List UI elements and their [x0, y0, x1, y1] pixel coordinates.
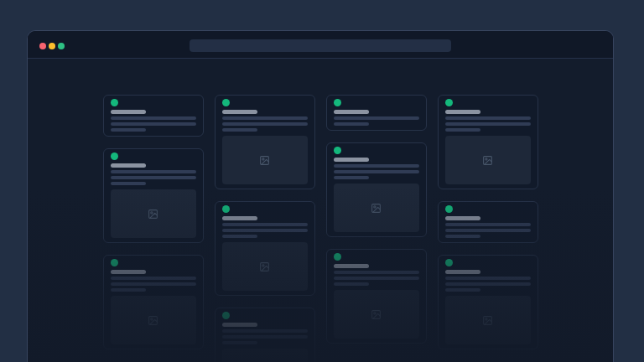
- status-dot: [445, 259, 453, 266]
- desktop-background: [0, 0, 644, 362]
- skeleton-card[interactable]: [326, 142, 427, 237]
- browser-window: [27, 30, 614, 362]
- text-line-placeholder: [334, 122, 370, 126]
- text-line-placeholder: [222, 329, 308, 333]
- status-dot: [111, 99, 118, 106]
- text-line-placeholder: [111, 282, 196, 286]
- text-line-placeholder: [222, 235, 258, 238]
- skeleton-card[interactable]: [103, 255, 204, 349]
- text-line-placeholder: [445, 277, 531, 280]
- text-line-placeholder: [445, 116, 531, 120]
- status-dot: [222, 312, 230, 319]
- status-dot: [334, 99, 341, 106]
- image-placeholder: [222, 136, 308, 184]
- text-line-placeholder: [222, 341, 258, 344]
- image-icon: [371, 203, 382, 214]
- card-column-2: [215, 95, 315, 362]
- title-placeholder: [445, 270, 481, 274]
- title-placeholder: [111, 163, 147, 168]
- status-dot: [445, 205, 453, 213]
- image-placeholder: [222, 349, 308, 362]
- browser-titlebar: [28, 31, 613, 59]
- skeleton-card[interactable]: [326, 249, 427, 344]
- text-line-placeholder: [111, 170, 196, 173]
- text-line-placeholder: [222, 128, 258, 132]
- text-line-placeholder: [222, 116, 308, 120]
- text-line-placeholder: [334, 271, 419, 274]
- skeleton-card[interactable]: [326, 95, 427, 131]
- text-line-placeholder: [111, 116, 196, 120]
- image-icon: [148, 209, 158, 220]
- text-line-placeholder: [111, 122, 196, 126]
- text-line-placeholder: [334, 170, 419, 173]
- text-line-placeholder: [445, 122, 531, 126]
- title-placeholder: [222, 323, 258, 327]
- text-line-placeholder: [445, 229, 531, 232]
- status-dot: [334, 253, 341, 261]
- image-placeholder: [334, 184, 419, 232]
- text-line-placeholder: [334, 277, 419, 280]
- text-line-placeholder: [445, 282, 531, 286]
- skeleton-card[interactable]: [103, 148, 204, 243]
- text-line-placeholder: [445, 235, 481, 238]
- address-bar[interactable]: [190, 39, 451, 52]
- text-line-placeholder: [445, 128, 481, 132]
- text-line-placeholder: [111, 176, 196, 179]
- zoom-window-button[interactable]: [58, 43, 65, 49]
- text-line-placeholder: [111, 182, 147, 185]
- image-icon: [148, 315, 158, 326]
- text-line-placeholder: [334, 164, 419, 168]
- text-line-placeholder: [111, 128, 147, 132]
- text-line-placeholder: [334, 116, 419, 120]
- minimize-window-button[interactable]: [49, 43, 55, 49]
- title-placeholder: [334, 110, 370, 114]
- skeleton-card[interactable]: [438, 95, 538, 189]
- image-icon: [371, 309, 382, 320]
- title-placeholder: [222, 110, 258, 114]
- status-dot: [445, 99, 453, 106]
- image-icon: [259, 155, 270, 166]
- image-icon: [482, 155, 493, 166]
- status-dot: [111, 153, 118, 160]
- skeleton-card[interactable]: [103, 95, 204, 137]
- image-icon: [482, 315, 493, 326]
- title-placeholder: [445, 110, 481, 114]
- title-placeholder: [334, 158, 370, 162]
- text-line-placeholder: [222, 223, 308, 226]
- image-placeholder: [111, 296, 196, 344]
- status-dot: [111, 259, 118, 266]
- image-placeholder: [445, 296, 531, 344]
- image-placeholder: [111, 189, 196, 238]
- status-dot: [222, 99, 230, 106]
- card-grid: [103, 95, 538, 362]
- image-placeholder: [222, 242, 308, 291]
- text-line-placeholder: [445, 223, 531, 226]
- skeleton-card[interactable]: [215, 201, 315, 296]
- status-dot: [222, 205, 230, 213]
- card-column-1: [103, 95, 204, 362]
- title-placeholder: [111, 270, 147, 274]
- image-placeholder: [334, 290, 419, 339]
- card-column-4: [438, 95, 538, 362]
- close-window-button[interactable]: [39, 43, 46, 49]
- status-dot: [334, 147, 341, 154]
- image-icon: [259, 261, 270, 272]
- image-placeholder: [445, 136, 531, 184]
- browser-content: [28, 59, 613, 362]
- title-placeholder: [111, 110, 147, 114]
- text-line-placeholder: [445, 288, 481, 292]
- title-placeholder: [334, 264, 370, 268]
- text-line-placeholder: [111, 277, 196, 280]
- skeleton-card[interactable]: [438, 255, 538, 349]
- text-line-placeholder: [334, 282, 370, 286]
- skeleton-card[interactable]: [215, 95, 315, 189]
- text-line-placeholder: [222, 229, 308, 232]
- skeleton-card[interactable]: [438, 201, 538, 243]
- title-placeholder: [222, 216, 258, 220]
- text-line-placeholder: [222, 335, 308, 339]
- text-line-placeholder: [334, 176, 370, 179]
- text-line-placeholder: [222, 122, 308, 126]
- skeleton-card[interactable]: [215, 308, 315, 362]
- window-controls: [39, 43, 65, 49]
- card-column-3: [326, 95, 427, 362]
